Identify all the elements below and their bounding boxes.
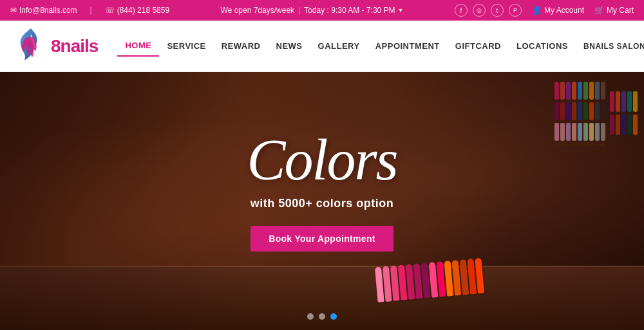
nav-link-appointment[interactable]: APPOINTMENT — [368, 36, 448, 56]
nav-item-news[interactable]: NEWS — [269, 36, 310, 56]
top-bar-left: ✉ Info@8nails.com | ☏ (844) 218 5859 — [10, 6, 169, 15]
nav-link-news[interactable]: NEWS — [269, 36, 310, 56]
nav-link-reward[interactable]: REWARD — [214, 36, 269, 56]
top-bar: ✉ Info@8nails.com | ☏ (844) 218 5859 We … — [0, 0, 644, 21]
nav-item-appointment[interactable]: APPOINTMENT — [368, 36, 448, 56]
logo-brand: nails — [61, 36, 99, 56]
hero-dots — [307, 313, 337, 320]
phone-number: (844) 218 5859 — [117, 6, 169, 15]
top-bar-center: We open 7days/week | Today : 9:30 AM - 7… — [221, 6, 404, 15]
book-appointment-button[interactable]: Book Your Appointment — [251, 226, 393, 252]
nav-bar: 8nails HOME SERVICE REWARD NEWS GALLERY … — [0, 21, 644, 72]
email-address: Info@8nails.com — [19, 6, 77, 15]
nav-item-service[interactable]: SERVICE — [159, 36, 213, 56]
logo-prefix: 8 — [51, 36, 61, 56]
slide-dot-3[interactable] — [330, 313, 337, 320]
slide-dot-2[interactable] — [319, 313, 325, 320]
social-icons: f ◎ t P — [455, 4, 522, 17]
hero-subtitle: with 5000+ colors option — [251, 197, 394, 210]
pinterest-icon[interactable]: P — [509, 4, 522, 17]
logo-text: 8nails — [51, 36, 98, 57]
hero-section: Colors with 5000+ colors option Book You… — [0, 72, 644, 330]
my-cart-label: My Cart — [607, 6, 634, 15]
my-cart-link[interactable]: 🛒 My Cart — [594, 6, 634, 15]
top-bar-right: f ◎ t P 👤 My Account 🛒 My Cart — [455, 4, 634, 17]
nav-link-service[interactable]: SERVICE — [159, 36, 213, 56]
phone-icon: ☏ — [105, 6, 115, 15]
nav-item-home[interactable]: HOME — [117, 35, 159, 57]
account-icon: 👤 — [532, 6, 542, 15]
email-contact[interactable]: ✉ Info@8nails.com — [10, 6, 77, 15]
nav-item-about[interactable]: Bnails Salon – Who are we? — [576, 37, 644, 56]
my-account-label: My Account — [544, 6, 584, 15]
instagram-icon[interactable]: ◎ — [473, 4, 486, 17]
email-icon: ✉ — [10, 6, 17, 15]
nav-menu: HOME SERVICE REWARD NEWS GALLERY APPOINT… — [117, 35, 644, 57]
nav-link-gallery[interactable]: GALLERY — [310, 36, 368, 56]
hours-label: We open 7days/week — [221, 6, 295, 15]
logo-icon — [13, 25, 48, 67]
today-hours-text: Today : 9:30 AM - 7:30 PM — [304, 6, 395, 15]
twitter-icon[interactable]: t — [491, 4, 504, 17]
nav-item-giftcard[interactable]: GIFTCARD — [448, 36, 509, 56]
chevron-down-icon: ▼ — [398, 7, 404, 14]
nav-link-giftcard[interactable]: GIFTCARD — [448, 36, 509, 56]
nav-link-about[interactable]: Bnails Salon – Who are we? — [576, 37, 644, 56]
hero-title: Colors — [247, 131, 397, 189]
separator: | — [298, 6, 300, 15]
today-hours[interactable]: Today : 9:30 AM - 7:30 PM ▼ — [304, 6, 403, 15]
nav-link-locations[interactable]: LOCATIONS — [509, 36, 576, 56]
nav-item-reward[interactable]: REWARD — [214, 36, 269, 56]
nav-link-home[interactable]: HOME — [117, 35, 159, 57]
my-account-link[interactable]: 👤 My Account — [532, 6, 584, 15]
cart-icon: 🛒 — [594, 6, 604, 15]
nav-item-locations[interactable]: LOCATIONS — [509, 36, 576, 56]
logo[interactable]: 8nails — [13, 25, 98, 67]
phone-divider: | — [90, 6, 92, 15]
nav-item-gallery[interactable]: GALLERY — [310, 36, 368, 56]
hero-content: Colors with 5000+ colors option Book You… — [0, 72, 644, 330]
slide-dot-1[interactable] — [307, 313, 314, 320]
phone-contact[interactable]: ☏ (844) 218 5859 — [105, 6, 169, 15]
facebook-icon[interactable]: f — [455, 4, 468, 17]
